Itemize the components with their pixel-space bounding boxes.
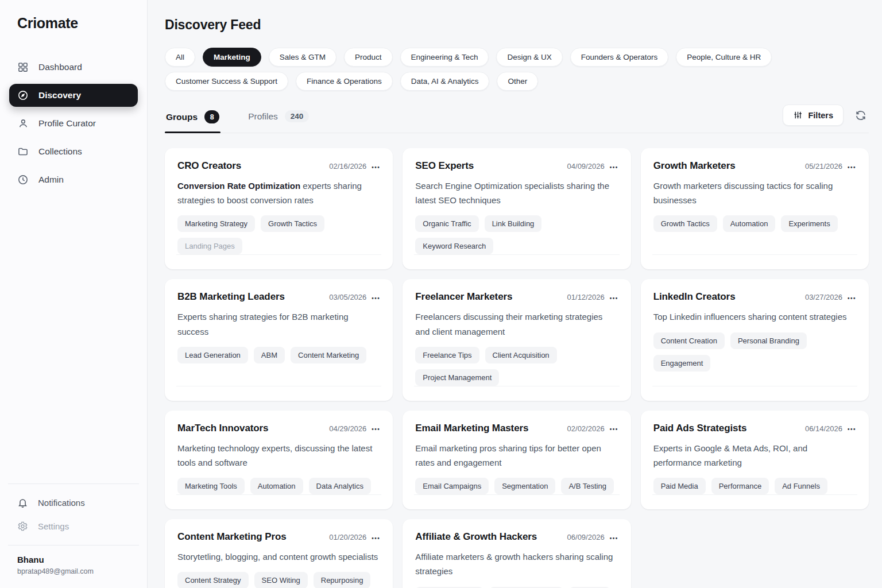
ellipsis-menu-icon[interactable]: [610, 533, 618, 542]
group-date: 05/21/2026: [805, 162, 842, 171]
ellipsis-menu-icon[interactable]: [610, 424, 618, 433]
groups-grid: CRO Creators 02/16/2026 Conversion Rate …: [165, 148, 869, 588]
category-pill-sales-gtm[interactable]: Sales & GTM: [269, 48, 336, 67]
group-card[interactable]: Content Marketing Pros 01/20/2026 Storyt…: [165, 519, 393, 588]
tab-groups[interactable]: Groups 8: [165, 107, 220, 133]
tag: A/B Testing: [561, 478, 614, 494]
card-header: B2B Marketing Leaders 03/05/2026: [177, 291, 380, 303]
group-date: 02/16/2026: [329, 162, 366, 171]
tag-list: Lead Generation ABM Content Marketing: [177, 347, 380, 363]
profiles-count-badge: 240: [285, 110, 310, 122]
group-title: Affiliate & Growth Hackers: [415, 531, 537, 543]
group-date: 03/27/2026: [805, 293, 842, 301]
tag-list: Content Strategy SEO Witing Repurposing: [177, 572, 380, 588]
ellipsis-menu-icon[interactable]: [372, 162, 380, 171]
group-card[interactable]: Growth Marketers 05/21/2026 Growth marke…: [641, 148, 869, 269]
tab-profiles[interactable]: Profiles 240: [247, 107, 310, 131]
group-card[interactable]: Affiliate & Growth Hackers 06/09/2026 Af…: [403, 519, 630, 588]
group-card[interactable]: LinkedIn Creators 03/27/2026 Top Linkedi…: [641, 279, 869, 400]
category-pill-engineering-tech[interactable]: Engineering & Tech: [400, 48, 489, 67]
sidebar-item-settings[interactable]: Settings: [9, 516, 138, 537]
group-title: Freelancer Marketers: [415, 291, 512, 303]
sidebar-item-discovery[interactable]: Discovery: [9, 84, 138, 107]
category-pill-marketing[interactable]: Marketing: [203, 48, 261, 67]
ellipsis-menu-icon[interactable]: [372, 424, 380, 433]
ellipsis-menu-icon[interactable]: [848, 293, 856, 302]
tag: Personal Branding: [730, 332, 807, 349]
card-header: Content Marketing Pros 01/20/2026: [177, 531, 380, 543]
tag-list: Marketing Tools Automation Data Analytic…: [177, 478, 380, 494]
category-filter-bar: All Marketing Sales & GTM Product Engine…: [165, 48, 869, 91]
tag: Organic Traffic: [415, 215, 478, 232]
groups-count-badge: 8: [204, 110, 219, 123]
category-pill-people-culture-hr[interactable]: People, Culture & HR: [676, 48, 772, 67]
category-pill-product[interactable]: Product: [344, 48, 393, 67]
ellipsis-menu-icon[interactable]: [848, 162, 856, 171]
sidebar: Criomate Dashboard Discovery Profile Cur…: [0, 0, 148, 588]
group-date: 04/09/2026: [567, 162, 605, 171]
group-description: Affiliate marketers & growth hackers sha…: [415, 550, 618, 578]
filters-button[interactable]: Filters: [783, 105, 844, 126]
ellipsis-menu-icon[interactable]: [372, 533, 380, 542]
group-card[interactable]: B2B Marketing Leaders 03/05/2026 Experts…: [165, 279, 393, 400]
group-description: Experts sharing strategies for B2B marke…: [177, 310, 380, 338]
user-profile: Bhanu bpratap489@gmail.com: [9, 546, 138, 588]
card-header: Affiliate & Growth Hackers 06/09/2026: [415, 531, 618, 543]
category-pill-all[interactable]: All: [165, 48, 195, 67]
tag: Automation: [250, 478, 303, 494]
refresh-icon[interactable]: [853, 107, 869, 123]
sidebar-item-collections[interactable]: Collections: [9, 140, 138, 163]
group-date: 06/14/2026: [805, 424, 842, 433]
group-title: Paid Ads Strategists: [653, 423, 747, 434]
category-pill-customer-success[interactable]: Customer Success & Support: [165, 72, 288, 91]
ellipsis-menu-icon[interactable]: [848, 424, 856, 433]
sidebar-nav: Dashboard Discovery Profile Curator Coll…: [9, 56, 138, 191]
tag: ABM: [254, 347, 285, 363]
card-header: Email Marketing Masters 02/02/2026: [415, 423, 618, 434]
group-description: Top Linkedin influencers sharing content…: [653, 310, 856, 324]
tag: Marketing Strategy: [177, 215, 255, 232]
tag: Lead Generation: [177, 347, 248, 363]
category-pill-other[interactable]: Other: [497, 72, 538, 91]
group-date: 04/29/2026: [329, 424, 366, 433]
group-card[interactable]: MarTech Innovators 04/29/2026 Marketing …: [165, 411, 393, 509]
group-title: CRO Creators: [177, 160, 241, 172]
clock-icon: [17, 174, 29, 185]
tag: Paid Media: [653, 478, 706, 494]
group-title: Email Marketing Masters: [415, 423, 528, 434]
tag: Data Analytics: [309, 478, 371, 494]
sidebar-item-dashboard[interactable]: Dashboard: [9, 56, 138, 79]
tag: Keyword Research: [415, 238, 493, 254]
tag: Link Building: [485, 215, 542, 232]
category-pill-design-ux[interactable]: Design & UX: [496, 48, 562, 67]
sidebar-item-notifications[interactable]: Notifications: [9, 492, 138, 513]
ellipsis-menu-icon[interactable]: [610, 162, 618, 171]
group-description: Conversion Rate Optimization experts sha…: [177, 179, 380, 207]
group-card[interactable]: Email Marketing Masters 02/02/2026 Email…: [403, 411, 630, 509]
group-card[interactable]: Freelancer Marketers 01/12/2026 Freelanc…: [403, 279, 630, 400]
sidebar-item-label: Profile Curator: [38, 118, 96, 129]
tag-list: Content Creation Personal Branding Engag…: [653, 332, 856, 372]
group-card[interactable]: Paid Ads Strategists 06/14/2026 Experts …: [641, 411, 869, 509]
sidebar-item-profile-curator[interactable]: Profile Curator: [9, 112, 138, 135]
card-header: Freelancer Marketers 01/12/2026: [415, 291, 618, 303]
sidebar-item-label: Dashboard: [38, 62, 82, 72]
group-card[interactable]: CRO Creators 02/16/2026 Conversion Rate …: [165, 148, 393, 269]
ellipsis-menu-icon[interactable]: [610, 293, 618, 302]
group-date: 01/12/2026: [567, 293, 605, 301]
card-footer-divider: [652, 254, 857, 269]
group-description: Marketing technology experts, discussing…: [177, 441, 380, 470]
category-pill-finance-operations[interactable]: Finance & Operations: [296, 72, 393, 91]
ellipsis-menu-icon[interactable]: [372, 293, 380, 302]
card-footer-divider: [176, 494, 381, 509]
category-pill-data-ai-analytics[interactable]: Data, AI & Analytics: [400, 72, 490, 91]
tag-list: Paid Media Performance Ad Funnels: [653, 478, 856, 494]
sidebar-item-admin[interactable]: Admin: [9, 168, 138, 191]
group-description: Experts in Google & Meta Ads, ROI, and p…: [653, 441, 856, 470]
tag: Repurposing: [314, 572, 371, 588]
category-pill-founders-operators[interactable]: Founders & Operators: [570, 48, 669, 67]
group-card[interactable]: SEO Experts 04/09/2026 Search Engine Opt…: [403, 148, 630, 269]
tag: Content Strategy: [177, 572, 249, 588]
tag: Content Marketing: [291, 347, 366, 363]
tag-list: Freelance Tips Client Acquisition Projec…: [415, 347, 618, 386]
